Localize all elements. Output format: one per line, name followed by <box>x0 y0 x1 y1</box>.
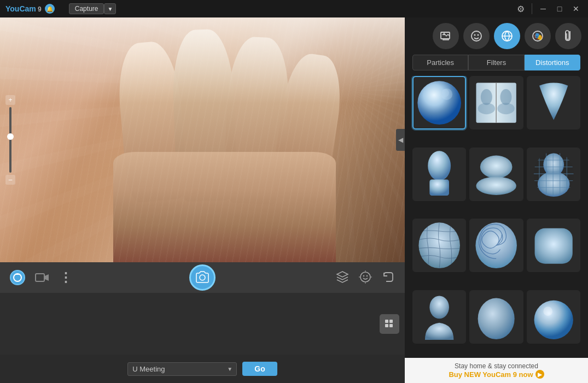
titlebar-left: YouCam 9 🔔 Capture ▼ <box>0 3 116 14</box>
promo-line2-text: Buy NEW YouCam 9 now <box>449 370 533 379</box>
svg-point-0 <box>10 270 25 285</box>
svg-point-21 <box>417 81 461 125</box>
sphere-effect-thumb <box>414 77 465 128</box>
effect-item-funnel[interactable] <box>527 76 580 129</box>
promo-arrow-icon[interactable]: ▶ <box>535 370 544 379</box>
effect-item-wide[interactable] <box>469 148 523 201</box>
grid-icon <box>385 319 394 329</box>
close-button[interactable]: ✕ <box>568 3 584 15</box>
capture-dropdown-button[interactable]: ▼ <box>104 3 116 14</box>
more-options-button[interactable]: ⋮ <box>57 268 74 287</box>
face-icon <box>470 30 483 43</box>
nav-clip-button[interactable] <box>555 23 581 49</box>
book-effect-thumb <box>470 77 522 128</box>
zoom-out-button[interactable]: – <box>5 175 15 185</box>
twist-effect-thumb <box>414 220 465 271</box>
promo-line2[interactable]: Buy NEW YouCam 9 now ▶ <box>412 370 580 379</box>
nav-magic-button[interactable]: 🎭 <box>525 23 551 49</box>
minimize-button[interactable]: ─ <box>535 3 551 15</box>
effect-item-person1[interactable] <box>412 290 466 344</box>
undo-button[interactable] <box>380 268 397 287</box>
settings-button[interactable]: ⚙ <box>513 1 528 16</box>
effect-item-square[interactable] <box>527 219 580 272</box>
svg-point-14 <box>444 34 445 36</box>
svg-marker-3 <box>45 274 49 281</box>
controls-bar: ⋮ <box>0 262 405 293</box>
shutter-area <box>189 264 216 291</box>
gallery-strip <box>0 293 405 355</box>
main-layout: + – ◀ <box>0 17 588 383</box>
effect-item-drop[interactable] <box>412 148 466 201</box>
zoom-slider[interactable] <box>9 107 11 173</box>
tab-particles[interactable]: Particles <box>412 55 468 70</box>
photo-mode-button[interactable] <box>8 268 27 287</box>
shutter-button[interactable] <box>189 264 216 291</box>
nav-album-button[interactable] <box>433 23 459 49</box>
svg-text:🎭: 🎭 <box>534 32 543 41</box>
swirl-effect-thumb <box>470 220 522 271</box>
go-button[interactable]: Go <box>242 362 277 376</box>
zoom-controls: + – <box>5 95 15 185</box>
zoom-in-button[interactable]: + <box>5 95 15 105</box>
svg-point-17 <box>478 34 479 36</box>
panel-collapse-button[interactable]: ◀ <box>396 129 405 151</box>
promo-line1: Stay home & stay connected <box>412 362 580 370</box>
effects-grid <box>405 76 588 358</box>
tab-distortions[interactable]: Distortions <box>525 55 580 70</box>
video-mode-button[interactable] <box>33 270 51 285</box>
nav-effects-button[interactable] <box>494 23 520 49</box>
video-icon <box>35 272 49 283</box>
svg-point-23 <box>441 89 449 97</box>
effect-item-swirl[interactable] <box>469 219 523 272</box>
effect-item-ball[interactable] <box>527 290 580 344</box>
effects-icon <box>500 30 514 43</box>
left-panel: + – ◀ <box>0 17 405 383</box>
effect-item-grid-sphere[interactable] <box>527 148 580 201</box>
svg-point-26 <box>481 89 492 105</box>
title-bar: YouCam 9 🔔 Capture ▼ ⚙ ─ □ ✕ <box>0 0 588 17</box>
svg-point-27 <box>478 103 495 114</box>
layers-icon <box>336 270 349 284</box>
drop-effect-thumb <box>414 149 465 200</box>
notification-icon[interactable]: 🔔 <box>45 4 55 14</box>
svg-rect-2 <box>36 274 44 281</box>
svg-point-36 <box>537 171 569 196</box>
effect-item-sphere[interactable] <box>412 76 466 129</box>
layers-button[interactable] <box>334 268 351 287</box>
zoom-thumb[interactable] <box>7 133 14 140</box>
svg-point-32 <box>480 155 513 178</box>
right-panel: 🎭 Particles Filters Distortions <box>405 17 588 383</box>
effect-item-oval[interactable] <box>469 290 523 344</box>
clip-icon <box>562 30 574 43</box>
svg-point-30 <box>428 151 451 181</box>
promo-bar: Stay home & stay connected Buy NEW YouCa… <box>405 358 588 383</box>
effect-item-book[interactable] <box>469 76 523 129</box>
grid-view-button[interactable] <box>380 314 399 334</box>
svg-rect-13 <box>441 32 450 39</box>
svg-point-15 <box>471 31 481 41</box>
ball-effect-thumb <box>528 291 579 343</box>
face-enhance-icon <box>359 270 372 284</box>
face-enhance-button[interactable] <box>357 268 374 287</box>
svg-rect-12 <box>389 324 393 327</box>
svg-point-55 <box>543 307 552 316</box>
svg-point-7 <box>363 275 364 276</box>
effect-item-twist[interactable] <box>412 219 466 272</box>
maximize-button[interactable]: □ <box>552 3 567 15</box>
square-effect-thumb <box>528 220 579 271</box>
svg-rect-11 <box>385 324 388 327</box>
grid-sphere-effect-thumb <box>528 149 579 200</box>
oval-effect-thumb <box>470 291 522 343</box>
svg-point-8 <box>366 275 368 276</box>
titlebar-right: ⚙ ─ □ ✕ <box>513 1 588 16</box>
camera-feed <box>0 17 405 262</box>
tab-filters[interactable]: Filters <box>468 55 524 70</box>
nav-face-button[interactable] <box>463 23 490 49</box>
camera-icon <box>10 270 25 285</box>
capture-button[interactable]: Capture <box>69 3 104 14</box>
divider <box>532 3 532 14</box>
meeting-select[interactable]: U Meeting Skype Zoom Teams <box>127 362 237 376</box>
album-icon <box>439 30 452 43</box>
svg-point-6 <box>360 272 370 282</box>
camera-view: + – ◀ <box>0 17 405 262</box>
